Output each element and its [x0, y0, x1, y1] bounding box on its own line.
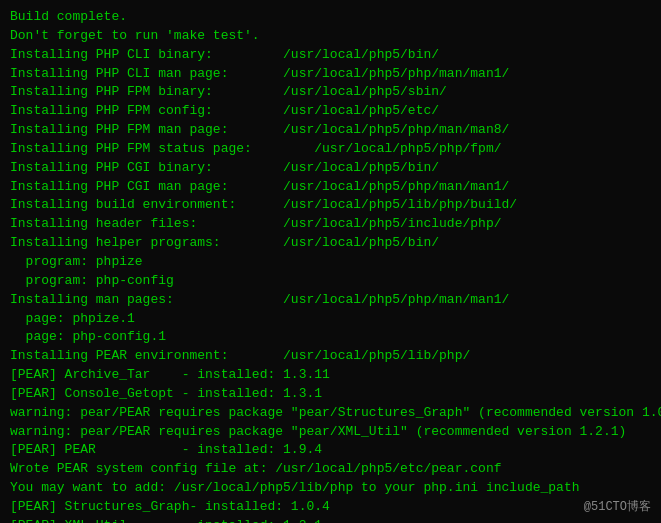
terminal-line: Installing PHP CLI binary: /usr/local/ph…	[10, 46, 651, 65]
terminal-line: Installing PHP FPM binary: /usr/local/ph…	[10, 83, 651, 102]
terminal-line: program: php-config	[10, 272, 651, 291]
terminal-line: Build complete.	[10, 8, 651, 27]
terminal-line: [PEAR] PEAR - installed: 1.9.4	[10, 441, 651, 460]
terminal-line: You may want to add: /usr/local/php5/lib…	[10, 479, 651, 498]
terminal-line: page: phpize.1	[10, 310, 651, 329]
terminal-line: Installing header files: /usr/local/php5…	[10, 215, 651, 234]
terminal-line: Installing build environment: /usr/local…	[10, 196, 651, 215]
terminal-line: warning: pear/PEAR requires package "pea…	[10, 423, 651, 442]
terminal-line: program: phpize	[10, 253, 651, 272]
terminal: Build complete.Don't forget to run 'make…	[0, 0, 661, 523]
terminal-line: Installing PHP CLI man page: /usr/local/…	[10, 65, 651, 84]
terminal-line: Installing PHP FPM status page: /usr/loc…	[10, 140, 651, 159]
terminal-content: Build complete.Don't forget to run 'make…	[10, 8, 651, 523]
terminal-line: Installing helper programs: /usr/local/p…	[10, 234, 651, 253]
terminal-line: [PEAR] Archive_Tar - installed: 1.3.11	[10, 366, 651, 385]
terminal-line: Installing man pages: /usr/local/php5/ph…	[10, 291, 651, 310]
terminal-line: [PEAR] Console_Getopt - installed: 1.3.1	[10, 385, 651, 404]
terminal-line: [PEAR] Structures_Graph- installed: 1.0.…	[10, 498, 651, 517]
watermark: @51CTO博客	[584, 498, 651, 515]
terminal-line: warning: pear/PEAR requires package "pea…	[10, 404, 651, 423]
terminal-line: Installing PHP FPM man page: /usr/local/…	[10, 121, 651, 140]
terminal-line: [PEAR] XML_Util - installed: 1.2.1	[10, 517, 651, 523]
terminal-line: Wrote PEAR system config file at: /usr/l…	[10, 460, 651, 479]
terminal-line: Don't forget to run 'make test'.	[10, 27, 651, 46]
terminal-line: page: php-config.1	[10, 328, 651, 347]
terminal-line: Installing PHP CGI man page: /usr/local/…	[10, 178, 651, 197]
terminal-line: Installing PEAR environment: /usr/local/…	[10, 347, 651, 366]
terminal-line: Installing PHP FPM config: /usr/local/ph…	[10, 102, 651, 121]
terminal-line: Installing PHP CGI binary: /usr/local/ph…	[10, 159, 651, 178]
